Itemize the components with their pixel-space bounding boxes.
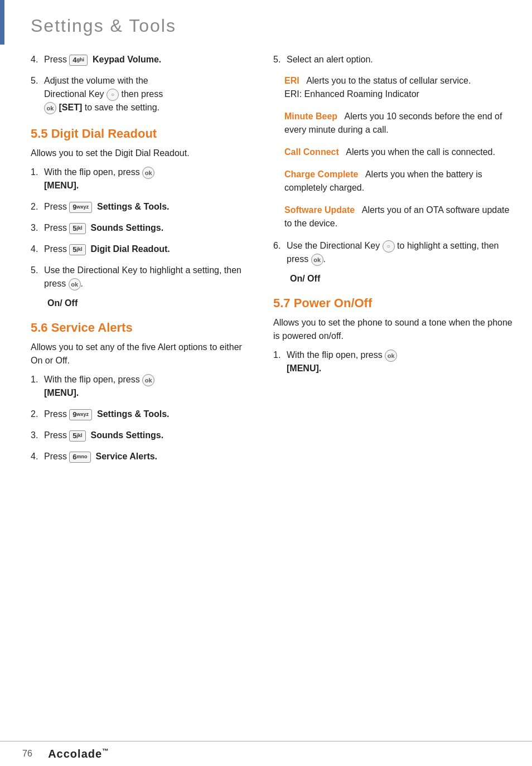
- alert-minute-beep: Minute Beep Alerts you 10 seconds before…: [284, 110, 515, 137]
- ok-icon-menu1: ok: [142, 167, 154, 179]
- menu-label-56: [MENU].: [44, 388, 79, 397]
- section-57-heading: 5.7 Power On/Off: [273, 296, 515, 311]
- menu-label-57: [MENU].: [287, 363, 321, 373]
- on-off-55: On/ Off: [47, 298, 251, 308]
- step-55-3-num: 3.: [31, 221, 44, 235]
- step-5-content: Adjust the volume with the Directional K…: [44, 74, 251, 114]
- step-6-right: 6. Use the Directional Key ○ to highligh…: [273, 239, 515, 266]
- step-57-1: 1. With the flip open, press ok [MENU].: [273, 348, 515, 375]
- step-57-1-content: With the flip open, press ok [MENU].: [287, 348, 515, 375]
- step-57-1-num: 1.: [273, 348, 287, 362]
- key-9-wxyz-2: 9wxyz: [69, 409, 92, 420]
- footer-brand: Accolade™: [41, 747, 109, 760]
- page-title: Settings & Tools: [0, 0, 532, 47]
- key-6-mno: 6mno: [69, 452, 90, 463]
- ok-icon-6: ok: [311, 254, 323, 266]
- step-5-num: 5.: [31, 74, 44, 88]
- page-footer: 76 Accolade™: [0, 741, 532, 766]
- keypad-volume-label: Keypad Volume.: [93, 55, 161, 64]
- step-55-5-content: Use the Directional Key to highlight a s…: [44, 264, 251, 290]
- page: Settings & Tools 4. Press 4ghi Keypad Vo…: [0, 0, 532, 766]
- step-55-2-content: Press 9wxyz Settings & Tools.: [44, 200, 251, 214]
- step-55-4: 4. Press 5jkl Digit Dial Readout.: [31, 243, 251, 256]
- settings-tools-label-2: Settings & Tools.: [97, 409, 169, 419]
- step-55-5-num: 5.: [31, 264, 44, 277]
- step-4-content: Press 4ghi Keypad Volume.: [44, 53, 251, 66]
- menu-label-1: [MENU].: [44, 181, 79, 190]
- ok-icon-55-5: ok: [69, 278, 81, 290]
- step-55-4-content: Press 5jkl Digit Dial Readout.: [44, 243, 251, 256]
- alert-options-list: ERI Alerts you to the status of cellular…: [284, 74, 515, 230]
- eri-note: ERI: Enhanced Roaming Indicator: [284, 89, 419, 99]
- ok-icon-set: ok: [44, 102, 56, 114]
- step-56-3-content: Press 5jkl Sounds Settings.: [44, 429, 251, 442]
- step-5-right-num: 5.: [273, 53, 287, 66]
- sounds-settings-label-2: Sounds Settings.: [90, 430, 163, 440]
- ok-icon-57: ok: [385, 350, 397, 362]
- step-55-1: 1. With the flip open, press ok [MENU].: [31, 166, 251, 192]
- section-56-desc: Allows you to set any of the five Alert …: [31, 341, 251, 367]
- key-5-jkl-3: 5jkl: [69, 430, 85, 442]
- alert-call-connect: Call Connect Alerts you when the call is…: [284, 146, 515, 159]
- step-55-4-num: 4.: [31, 243, 44, 256]
- set-label: [SET]: [59, 103, 82, 112]
- section-55-desc: Allows you to set the Digit Dial Readout…: [31, 147, 251, 160]
- eri-desc: Alerts you to the status of cellular ser…: [302, 76, 471, 85]
- step-55-3-content: Press 5jkl Sounds Settings.: [44, 221, 251, 235]
- step-56-4-content: Press 6mno Service Alerts.: [44, 450, 251, 463]
- step-56-2-content: Press 9wxyz Settings & Tools.: [44, 408, 251, 421]
- step-56-3: 3. Press 5jkl Sounds Settings.: [31, 429, 251, 442]
- eri-label: ERI: [284, 76, 299, 85]
- step-56-2-num: 2.: [31, 408, 44, 421]
- step-5-right-content: Select an alert option.: [287, 53, 515, 66]
- left-column: 4. Press 4ghi Keypad Volume. 5. Adjust t…: [0, 53, 262, 471]
- step-4-num: 4.: [31, 53, 44, 66]
- directional-key-icon: ○: [107, 89, 119, 101]
- charge-complete-label: Charge Complete: [284, 169, 358, 179]
- section-57-desc: Allows you to set the phone to sound a t…: [273, 316, 515, 343]
- step-6-right-num: 6.: [273, 239, 287, 253]
- step-56-1: 1. With the flip open, press ok [MENU].: [31, 373, 251, 400]
- digit-dial-readout-label: Digit Dial Readout.: [90, 244, 170, 254]
- section-55-heading: 5.5 Digit Dial Readout: [31, 127, 251, 141]
- step-56-1-content: With the flip open, press ok [MENU].: [44, 373, 251, 400]
- step-4-keypad: 4. Press 4ghi Keypad Volume.: [31, 53, 251, 66]
- key-5-jkl-2: 5jkl: [69, 244, 85, 255]
- key-4-ghi: 4ghi: [69, 55, 88, 66]
- step-55-5: 5. Use the Directional Key to highlight …: [31, 264, 251, 290]
- on-off-right: On/ Off: [290, 274, 515, 284]
- step-55-3: 3. Press 5jkl Sounds Settings.: [31, 221, 251, 235]
- step-56-1-num: 1.: [31, 373, 44, 386]
- step-55-2: 2. Press 9wxyz Settings & Tools.: [31, 200, 251, 214]
- call-connect-label: Call Connect: [284, 147, 339, 157]
- alert-software-update: Software Update Alerts you of an OTA sof…: [284, 203, 515, 230]
- left-accent-bar: [0, 0, 4, 45]
- key-9-wxyz: 9wxyz: [69, 202, 92, 213]
- content-wrapper: 4. Press 4ghi Keypad Volume. 5. Adjust t…: [0, 47, 532, 471]
- step-56-2: 2. Press 9wxyz Settings & Tools.: [31, 408, 251, 421]
- alert-charge-complete: Charge Complete Alerts you when the batt…: [284, 168, 515, 195]
- step-56-4-num: 4.: [31, 450, 44, 463]
- step-55-1-content: With the flip open, press ok [MENU].: [44, 166, 251, 192]
- alert-eri: ERI Alerts you to the status of cellular…: [284, 74, 515, 101]
- minute-beep-label: Minute Beep: [284, 111, 337, 121]
- step-5-right: 5. Select an alert option.: [273, 53, 515, 66]
- call-connect-desc: Alerts you when the call is connected.: [341, 147, 495, 157]
- section-56-heading: 5.6 Service Alerts: [31, 321, 251, 335]
- right-column: 5. Select an alert option. ERI Alerts yo…: [262, 53, 532, 471]
- step-5-adjust: 5. Adjust the volume with the Directiona…: [31, 74, 251, 114]
- step-55-2-num: 2.: [31, 200, 44, 214]
- dir-key-icon-6: ○: [383, 240, 395, 253]
- software-update-label: Software Update: [284, 205, 355, 215]
- step-55-1-num: 1.: [31, 166, 44, 179]
- sounds-settings-label-1: Sounds Settings.: [90, 223, 163, 232]
- footer-page-number: 76: [22, 749, 32, 759]
- step-6-right-content: Use the Directional Key ○ to highlight a…: [287, 239, 515, 266]
- step-56-4: 4. Press 6mno Service Alerts.: [31, 450, 251, 463]
- key-5-jkl-1: 5jkl: [69, 223, 85, 234]
- service-alerts-label: Service Alerts.: [95, 452, 157, 461]
- ok-icon-56-1: ok: [142, 374, 154, 386]
- step-56-3-num: 3.: [31, 429, 44, 442]
- settings-tools-label-1: Settings & Tools.: [97, 202, 169, 211]
